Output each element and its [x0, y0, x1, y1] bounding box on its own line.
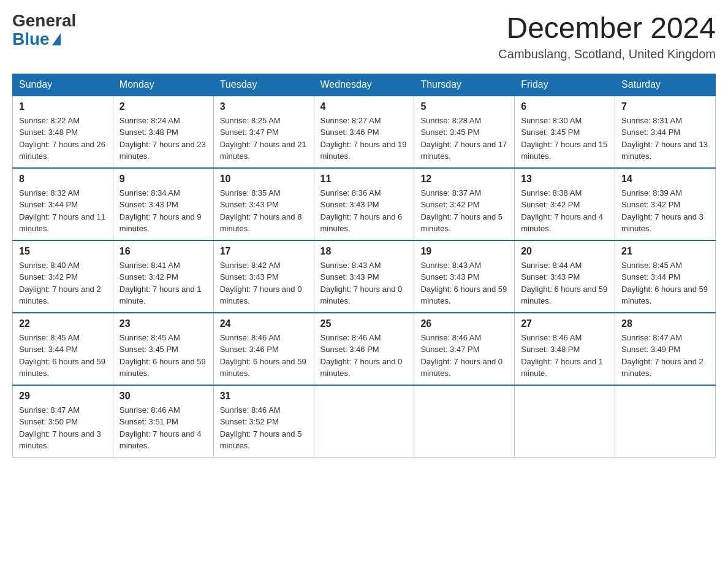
day-info: Sunrise: 8:31 AMSunset: 3:44 PMDaylight:… [621, 115, 709, 163]
calendar-cell: 25 Sunrise: 8:46 AMSunset: 3:46 PMDaylig… [314, 313, 414, 385]
day-info: Sunrise: 8:43 AMSunset: 3:43 PMDaylight:… [420, 259, 508, 307]
day-number: 5 [420, 101, 508, 112]
col-wednesday: Wednesday [314, 74, 414, 96]
col-thursday: Thursday [414, 74, 515, 96]
calendar-table: Sunday Monday Tuesday Wednesday Thursday… [12, 74, 716, 458]
day-number: 14 [621, 174, 709, 185]
calendar-cell: 14 Sunrise: 8:39 AMSunset: 3:42 PMDaylig… [615, 168, 716, 240]
calendar-cell: 30 Sunrise: 8:46 AMSunset: 3:51 PMDaylig… [113, 385, 213, 458]
calendar-cell: 22 Sunrise: 8:45 AMSunset: 3:44 PMDaylig… [13, 313, 113, 385]
day-info: Sunrise: 8:47 AMSunset: 3:49 PMDaylight:… [621, 332, 709, 380]
calendar-week-4: 22 Sunrise: 8:45 AMSunset: 3:44 PMDaylig… [13, 313, 716, 385]
day-info: Sunrise: 8:44 AMSunset: 3:43 PMDaylight:… [521, 259, 609, 307]
day-info: Sunrise: 8:46 AMSunset: 3:48 PMDaylight:… [521, 332, 609, 380]
col-sunday: Sunday [13, 74, 113, 96]
calendar-cell: 11 Sunrise: 8:36 AMSunset: 3:43 PMDaylig… [314, 168, 414, 240]
day-number: 25 [320, 318, 408, 329]
day-info: Sunrise: 8:35 AMSunset: 3:43 PMDaylight:… [220, 187, 308, 235]
calendar-header: Sunday Monday Tuesday Wednesday Thursday… [13, 74, 716, 96]
calendar-cell: 7 Sunrise: 8:31 AMSunset: 3:44 PMDayligh… [615, 96, 716, 168]
day-number: 3 [220, 101, 308, 112]
calendar-cell: 29 Sunrise: 8:47 AMSunset: 3:50 PMDaylig… [13, 385, 113, 458]
day-info: Sunrise: 8:45 AMSunset: 3:44 PMDaylight:… [19, 332, 107, 380]
day-number: 13 [521, 174, 609, 185]
day-number: 23 [119, 318, 207, 329]
day-info: Sunrise: 8:46 AMSunset: 3:47 PMDaylight:… [420, 332, 508, 380]
month-title: December 2024 [498, 12, 716, 45]
location-text: Cambuslang, Scotland, United Kingdom [498, 47, 716, 61]
calendar-cell: 15 Sunrise: 8:40 AMSunset: 3:42 PMDaylig… [13, 240, 113, 313]
title-section: December 2024 Cambuslang, Scotland, Unit… [498, 12, 716, 61]
day-number: 4 [320, 101, 408, 112]
calendar-cell: 9 Sunrise: 8:34 AMSunset: 3:43 PMDayligh… [113, 168, 213, 240]
day-info: Sunrise: 8:40 AMSunset: 3:42 PMDaylight:… [19, 259, 107, 307]
logo-general-text: General [12, 12, 76, 29]
calendar-cell: 18 Sunrise: 8:43 AMSunset: 3:43 PMDaylig… [314, 240, 414, 313]
day-info: Sunrise: 8:30 AMSunset: 3:45 PMDaylight:… [521, 115, 609, 163]
day-info: Sunrise: 8:47 AMSunset: 3:50 PMDaylight:… [19, 404, 107, 452]
calendar-week-2: 8 Sunrise: 8:32 AMSunset: 3:44 PMDayligh… [13, 168, 716, 240]
day-info: Sunrise: 8:36 AMSunset: 3:43 PMDaylight:… [320, 187, 408, 235]
day-info: Sunrise: 8:46 AMSunset: 3:52 PMDaylight:… [220, 404, 308, 452]
col-tuesday: Tuesday [213, 74, 314, 96]
calendar-cell: 5 Sunrise: 8:28 AMSunset: 3:45 PMDayligh… [414, 96, 515, 168]
col-monday: Monday [113, 74, 213, 96]
calendar-cell: 4 Sunrise: 8:27 AMSunset: 3:46 PMDayligh… [314, 96, 414, 168]
day-number: 16 [119, 246, 207, 257]
day-info: Sunrise: 8:25 AMSunset: 3:47 PMDaylight:… [220, 115, 308, 163]
logo-triangle-icon [52, 33, 61, 45]
day-info: Sunrise: 8:37 AMSunset: 3:42 PMDaylight:… [420, 187, 508, 235]
page-header: General Blue December 2024 Cambuslang, S… [12, 12, 716, 61]
day-number: 11 [320, 174, 408, 185]
calendar-cell: 28 Sunrise: 8:47 AMSunset: 3:49 PMDaylig… [615, 313, 716, 385]
calendar-cell: 2 Sunrise: 8:24 AMSunset: 3:48 PMDayligh… [113, 96, 213, 168]
day-number: 28 [621, 318, 709, 329]
day-info: Sunrise: 8:42 AMSunset: 3:43 PMDaylight:… [220, 259, 308, 307]
day-info: Sunrise: 8:43 AMSunset: 3:43 PMDaylight:… [320, 259, 408, 307]
col-friday: Friday [515, 74, 615, 96]
day-number: 20 [521, 246, 609, 257]
calendar-cell [515, 385, 615, 458]
day-number: 22 [19, 318, 107, 329]
day-number: 8 [19, 174, 107, 185]
calendar-week-1: 1 Sunrise: 8:22 AMSunset: 3:48 PMDayligh… [13, 96, 716, 168]
day-info: Sunrise: 8:41 AMSunset: 3:42 PMDaylight:… [119, 259, 207, 307]
calendar-cell [615, 385, 716, 458]
day-number: 10 [220, 174, 308, 185]
calendar-cell: 6 Sunrise: 8:30 AMSunset: 3:45 PMDayligh… [515, 96, 615, 168]
calendar-cell: 27 Sunrise: 8:46 AMSunset: 3:48 PMDaylig… [515, 313, 615, 385]
calendar-cell: 3 Sunrise: 8:25 AMSunset: 3:47 PMDayligh… [213, 96, 314, 168]
calendar-cell: 31 Sunrise: 8:46 AMSunset: 3:52 PMDaylig… [213, 385, 314, 458]
day-info: Sunrise: 8:28 AMSunset: 3:45 PMDaylight:… [420, 115, 508, 163]
calendar-week-5: 29 Sunrise: 8:47 AMSunset: 3:50 PMDaylig… [13, 385, 716, 458]
day-number: 31 [220, 391, 308, 402]
day-number: 27 [521, 318, 609, 329]
day-number: 6 [521, 101, 609, 112]
calendar-cell: 24 Sunrise: 8:46 AMSunset: 3:46 PMDaylig… [213, 313, 314, 385]
day-number: 15 [19, 246, 107, 257]
day-info: Sunrise: 8:32 AMSunset: 3:44 PMDaylight:… [19, 187, 107, 235]
calendar-cell: 1 Sunrise: 8:22 AMSunset: 3:48 PMDayligh… [13, 96, 113, 168]
day-info: Sunrise: 8:24 AMSunset: 3:48 PMDaylight:… [119, 115, 207, 163]
calendar-cell: 19 Sunrise: 8:43 AMSunset: 3:43 PMDaylig… [414, 240, 515, 313]
day-info: Sunrise: 8:39 AMSunset: 3:42 PMDaylight:… [621, 187, 709, 235]
day-number: 30 [119, 391, 207, 402]
calendar-cell: 10 Sunrise: 8:35 AMSunset: 3:43 PMDaylig… [213, 168, 314, 240]
day-info: Sunrise: 8:34 AMSunset: 3:43 PMDaylight:… [119, 187, 207, 235]
day-number: 18 [320, 246, 408, 257]
day-info: Sunrise: 8:38 AMSunset: 3:42 PMDaylight:… [521, 187, 609, 235]
header-row: Sunday Monday Tuesday Wednesday Thursday… [13, 74, 716, 96]
day-info: Sunrise: 8:46 AMSunset: 3:51 PMDaylight:… [119, 404, 207, 452]
day-number: 9 [119, 174, 207, 185]
day-info: Sunrise: 8:27 AMSunset: 3:46 PMDaylight:… [320, 115, 408, 163]
day-number: 19 [420, 246, 508, 257]
day-info: Sunrise: 8:22 AMSunset: 3:48 PMDaylight:… [19, 115, 107, 163]
day-number: 2 [119, 101, 207, 112]
day-number: 24 [220, 318, 308, 329]
day-number: 26 [420, 318, 508, 329]
calendar-cell: 20 Sunrise: 8:44 AMSunset: 3:43 PMDaylig… [515, 240, 615, 313]
logo-blue-text: Blue [12, 29, 62, 49]
day-number: 12 [420, 174, 508, 185]
calendar-cell: 21 Sunrise: 8:45 AMSunset: 3:44 PMDaylig… [615, 240, 716, 313]
calendar-cell: 8 Sunrise: 8:32 AMSunset: 3:44 PMDayligh… [13, 168, 113, 240]
